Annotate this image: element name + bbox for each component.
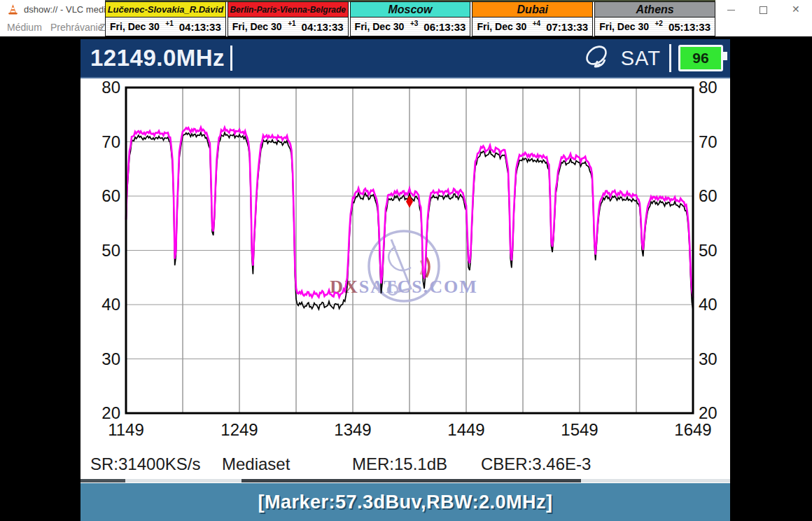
clock-time-row: Fri, Dec 30 +3 06:13:33 (351, 18, 470, 36)
close-button[interactable]: ✕ (792, 0, 800, 19)
analyzer-header: 12149.0MHz SAT 96 (80, 39, 730, 78)
seek-strip[interactable] (80, 479, 730, 482)
letterbox-right (730, 36, 812, 521)
menu-medium[interactable]: Médium (7, 22, 42, 33)
marker-status-bar: [Marker:57.3dBuv,RBW:2.0MHz] (80, 483, 730, 521)
clock-lucenec[interactable]: Lučenec-Slovakia_R.Dávid Fri, Dec 30 +1 … (105, 1, 226, 36)
clock-time-row: Fri, Dec 30 +1 04:13:33 (228, 18, 348, 36)
mer-value: MER:15.1dB (352, 454, 447, 474)
clock-time: 06:13:33 (424, 21, 465, 33)
spectrum-analyzer-screen: 12149.0MHz SAT 96 DXSATCS.COM80807070606… (80, 36, 730, 521)
clock-utc-offset: +3 (410, 20, 418, 27)
marker-readout: [Marker:57.3dBuv,RBW:2.0MHz] (258, 492, 552, 513)
clock-utc-offset: +1 (165, 20, 173, 27)
signal-info-row: SR:31400KS/s Mediaset MER:15.1dB CBER:3.… (80, 452, 730, 478)
vlc-window: dshow:// - VLC media p ✕ Médium Prehráva… (0, 0, 812, 521)
clock-time: 07:13:33 (546, 21, 588, 33)
sat-mode-label: SAT (621, 47, 661, 70)
seek-segment (241, 479, 581, 482)
satellite-dish-icon (582, 43, 614, 74)
world-clocks: Lučenec-Slovakia_R.Dávid Fri, Dec 30 +1 … (105, 1, 715, 36)
maximize-button[interactable] (760, 0, 767, 19)
axis-label: 20 (699, 403, 718, 422)
clock-title: Berlin-Paris-Vienna-Belgrade (228, 2, 348, 18)
clock-utc-offset: +4 (533, 20, 540, 27)
clock-time-row: Fri, Dec 30 +2 05:13:33 (595, 18, 715, 36)
clock-time: 04:13:33 (179, 21, 221, 33)
axis-label: 40 (699, 295, 718, 314)
clock-time-row: Fri, Dec 30 +1 04:13:33 (106, 18, 225, 36)
axis-label: 1649 (674, 420, 711, 439)
axis-label: 80 (699, 78, 718, 97)
clock-date: Fri, Dec 30 (232, 21, 282, 32)
letterbox-left (0, 36, 80, 521)
clock-moscow[interactable]: Moscow Fri, Dec 30 +3 06:13:33 (350, 1, 471, 36)
axis-label: 1549 (561, 420, 598, 439)
minimize-button[interactable] (727, 0, 735, 19)
clock-date: Fri, Dec 30 (110, 21, 160, 32)
axis-label: 30 (102, 349, 120, 368)
provider-name: Mediaset (222, 454, 290, 474)
clock-utc-offset: +2 (655, 20, 663, 27)
axis-label: 50 (699, 241, 718, 260)
clock-title: Athens (595, 2, 715, 18)
clock-time: 05:13:33 (668, 21, 710, 33)
axis-label: 30 (699, 349, 718, 368)
clock-dubai[interactable]: Dubai Fri, Dec 30 +4 07:13:33 (472, 1, 593, 36)
clock-date: Fri, Dec 30 (477, 21, 526, 32)
battery-percent: 96 (692, 50, 708, 67)
clock-athens[interactable]: Athens Fri, Dec 30 +2 05:13:33 (594, 1, 715, 36)
clock-title: Dubai (472, 2, 592, 18)
header-separator (669, 44, 671, 72)
window-controls: ✕ (715, 0, 812, 19)
window-title: dshow:// - VLC media p (24, 4, 118, 15)
menu-prehravanie[interactable]: Prehrávanie (50, 22, 104, 33)
axis-label: 60 (699, 186, 718, 205)
axis-label: 80 (102, 78, 120, 97)
marker-diamond (406, 195, 413, 208)
axis-label: 60 (102, 186, 120, 205)
clock-utc-offset: +1 (288, 20, 295, 27)
axis-label: 50 (102, 241, 120, 260)
axis-label: 70 (102, 132, 120, 151)
cber-value: CBER:3.46E-3 (481, 454, 591, 474)
symbol-rate-value: SR:31400KS/s (90, 454, 200, 474)
axis-label: 40 (102, 295, 120, 314)
axis-label: 70 (699, 132, 718, 151)
axis-label: 1449 (447, 420, 484, 439)
seek-segment (80, 479, 125, 482)
frequency-field[interactable]: 12149.0MHz (90, 45, 225, 71)
dxsatcs-watermark: DXSATCS.COM (330, 231, 478, 301)
svg-text:DXSATCS.COM: DXSATCS.COM (330, 277, 478, 297)
vlc-logo-icon (7, 3, 19, 16)
clock-date: Fri, Dec 30 (599, 21, 649, 32)
clock-date: Fri, Dec 30 (355, 21, 405, 32)
spectrum-chart: DXSATCS.COM80807070606050504040303020201… (80, 78, 730, 452)
clock-berlin[interactable]: Berlin-Paris-Vienna-Belgrade Fri, Dec 30… (227, 1, 349, 36)
battery-indicator: 96 (678, 45, 723, 71)
clock-time-row: Fri, Dec 30 +4 07:13:33 (472, 18, 592, 36)
clock-title: Moscow (351, 2, 470, 18)
axis-label: 1349 (334, 420, 371, 439)
text-cursor (230, 46, 232, 71)
axis-label: 1249 (220, 420, 258, 439)
axis-label: 1149 (108, 420, 144, 439)
axis-label: 20 (102, 403, 120, 422)
clock-time: 04:13:33 (302, 21, 344, 33)
clock-title: Lučenec-Slovakia_R.Dávid (106, 2, 225, 18)
analyzer-status: SAT 96 (582, 43, 723, 74)
